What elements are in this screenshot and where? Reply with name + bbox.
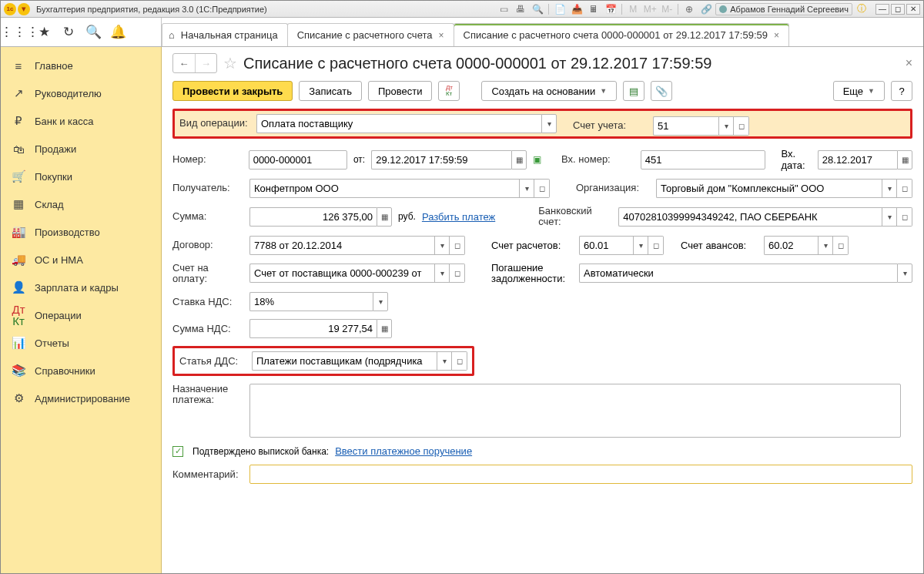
calendar-icon[interactable]: ▦ xyxy=(897,150,912,170)
purpose-textarea[interactable] xyxy=(249,384,901,438)
settle-acct-input[interactable]: 60.01 xyxy=(579,236,633,255)
create-based-button[interactable]: Создать на основании▼ xyxy=(481,81,617,101)
open-icon[interactable]: ◻ xyxy=(648,236,664,255)
help-button[interactable]: ? xyxy=(891,81,912,101)
sidebar-item-catalogs[interactable]: 📚Справочники xyxy=(1,357,161,384)
sidebar-item-sales[interactable]: 🛍Продажи xyxy=(1,135,161,163)
dds-input[interactable]: Платежи поставщикам (подрядчика xyxy=(252,351,437,371)
calculator-icon[interactable]: 🖩 xyxy=(586,3,601,15)
logo-1c-icon[interactable]: 1с xyxy=(4,3,16,15)
sidebar-item-main[interactable]: ≡Главное xyxy=(1,52,161,79)
open-icon[interactable]: ◻ xyxy=(452,351,467,371)
comment-input[interactable] xyxy=(249,465,912,484)
preview-icon[interactable]: 🔍 xyxy=(530,3,545,15)
maximize-button[interactable]: ◻ xyxy=(891,4,905,15)
tab-doc-current[interactable]: Списание с расчетного счета 0000-000001 … xyxy=(454,23,789,46)
dropdown-icon[interactable]: ▾ xyxy=(818,236,833,255)
favorite-star-icon[interactable]: ☆ xyxy=(223,54,237,72)
vat-sum-input[interactable]: 19 277,54 xyxy=(249,319,377,338)
postings-button[interactable]: ДтКт xyxy=(438,81,460,101)
dropdown-icon[interactable]: ▾ xyxy=(541,114,557,133)
open-icon[interactable]: ◻ xyxy=(450,264,465,283)
print-doc-button[interactable]: ▤ xyxy=(623,81,644,101)
search-icon[interactable]: 🔍 xyxy=(81,21,105,44)
dropdown-icon[interactable]: ▾ xyxy=(519,179,534,198)
open-icon[interactable]: ◻ xyxy=(833,236,849,255)
post-and-close-button[interactable]: Провести и закрыть xyxy=(172,81,293,101)
tab-doc-list[interactable]: Списание с расчетного счета × xyxy=(287,23,454,46)
open-icon[interactable]: ◻ xyxy=(897,207,912,227)
vat-rate-input[interactable]: 18% xyxy=(249,292,373,311)
close-icon[interactable]: × xyxy=(438,30,444,41)
sidebar-item-warehouse[interactable]: ▦Склад xyxy=(1,190,161,218)
notifications-icon[interactable]: 🔔 xyxy=(105,21,130,44)
sidebar-item-purchases[interactable]: 🛒Покупки xyxy=(1,163,161,190)
account-input[interactable]: 51 xyxy=(653,116,718,136)
dropdown-icon[interactable]: ▾ xyxy=(718,116,734,136)
payee-input[interactable]: Конфетпром ООО xyxy=(249,179,519,198)
open-icon[interactable]: ◻ xyxy=(734,116,749,136)
dropdown-icon[interactable]: ▾ xyxy=(437,351,452,371)
sidebar-item-admin[interactable]: ⚙Администрирование xyxy=(1,384,161,412)
apps-grid-icon[interactable]: ⋮⋮⋮ xyxy=(7,21,32,44)
dropdown-icon[interactable]: ▾ xyxy=(373,292,388,311)
confirmed-checkbox[interactable]: ✓ xyxy=(172,446,183,457)
close-icon[interactable]: × xyxy=(774,30,779,41)
dropdown-icon[interactable]: ▾ xyxy=(633,236,648,255)
number-input[interactable]: 0000-000001 xyxy=(249,150,347,170)
paste-icon[interactable]: 📥 xyxy=(569,3,584,15)
sidebar-item-reports[interactable]: 📊Отчеты xyxy=(1,329,161,357)
dropdown-icon[interactable]: ▾ xyxy=(882,179,897,198)
in-number-input[interactable]: 451 xyxy=(641,150,766,170)
m-plus-icon[interactable]: M+ xyxy=(642,3,658,15)
info-icon[interactable]: ⓘ xyxy=(854,3,869,15)
copy-icon[interactable]: 📄 xyxy=(552,3,567,15)
in-date-input[interactable]: 28.12.2017 xyxy=(818,150,897,170)
dropdown-icon[interactable]: ▾ xyxy=(897,264,912,283)
op-type-input[interactable]: Оплата поставщику xyxy=(256,114,541,133)
attach-button[interactable]: 📎 xyxy=(651,81,672,101)
sidebar-item-assets[interactable]: 🚚ОС и НМА xyxy=(1,246,161,274)
invoice-input[interactable]: Счет от поставщика 0000-000239 от xyxy=(249,264,434,283)
contract-input[interactable]: 7788 от 20.12.2014 xyxy=(249,236,434,255)
m-mem-icon[interactable]: M xyxy=(625,3,641,15)
user-button[interactable]: Абрамов Геннадий Сергеевич xyxy=(715,3,852,15)
write-button[interactable]: Записать xyxy=(299,81,362,101)
open-icon[interactable]: ◻ xyxy=(897,179,912,198)
bank-acct-input[interactable]: 40702810399994349242, ПАО СБЕРБАНК xyxy=(618,207,882,227)
dropdown-icon[interactable]: ▾ xyxy=(434,264,450,283)
debt-input[interactable]: Автоматически xyxy=(579,264,897,283)
calendar-icon[interactable]: 📅 xyxy=(603,3,618,15)
org-input[interactable]: Торговый дом "Комплексный" ООО xyxy=(656,179,882,198)
enter-payment-order-link[interactable]: Ввести платежное поручение xyxy=(335,445,472,457)
link-icon[interactable]: 🔗 xyxy=(698,3,714,15)
sum-input[interactable]: 126 375,00 xyxy=(249,207,377,227)
sidebar-item-manager[interactable]: ↗Руководителю xyxy=(1,79,161,107)
more-button[interactable]: Еще▼ xyxy=(833,81,885,101)
m-minus-icon[interactable]: M- xyxy=(659,3,675,15)
date-input[interactable]: 29.12.2017 17:59:59 xyxy=(371,150,511,170)
zoom-icon[interactable]: ⊕ xyxy=(681,3,697,15)
app-menu-icon[interactable]: ▾ xyxy=(18,3,30,15)
split-payment-link[interactable]: Разбить платеж xyxy=(422,211,495,223)
print-icon[interactable]: 🖶 xyxy=(513,3,528,15)
minimize-button[interactable]: — xyxy=(875,4,889,15)
open-icon[interactable]: ◻ xyxy=(534,179,550,198)
favorites-icon[interactable]: ★ xyxy=(32,21,56,44)
calendar-icon[interactable]: ▦ xyxy=(511,150,527,170)
history-icon[interactable]: ↻ xyxy=(56,21,81,44)
calculator-icon[interactable]: ▦ xyxy=(377,319,392,338)
dropdown-icon[interactable]: ▾ xyxy=(882,207,897,227)
toggle-panel-icon[interactable]: ▭ xyxy=(496,3,511,15)
open-icon[interactable]: ◻ xyxy=(450,236,465,255)
nav-back-button[interactable]: ← xyxy=(173,54,195,72)
sidebar-item-bank[interactable]: ₽Банк и касса xyxy=(1,107,161,135)
close-button[interactable]: ✕ xyxy=(906,4,920,15)
dropdown-icon[interactable]: ▾ xyxy=(434,236,450,255)
sidebar-item-operations[interactable]: ДтКтОперации xyxy=(1,301,161,329)
sidebar-item-hr[interactable]: 👤Зарплата и кадры xyxy=(1,274,161,301)
sidebar-item-production[interactable]: 🏭Производство xyxy=(1,218,161,246)
nav-forward-button[interactable]: → xyxy=(195,54,216,72)
post-button[interactable]: Провести xyxy=(368,81,433,101)
page-close-icon[interactable]: × xyxy=(906,56,912,70)
